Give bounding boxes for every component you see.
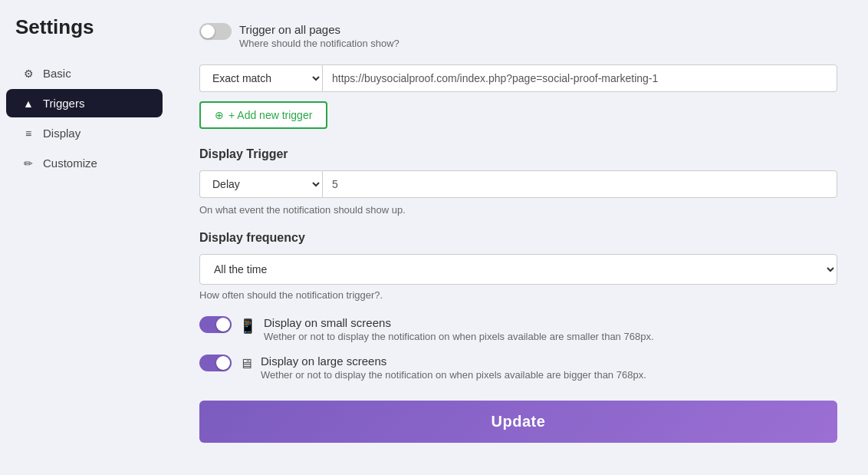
frequency-hint: How often should the notification trigge… (199, 289, 837, 301)
sidebar-item-label: Triggers (43, 97, 84, 110)
trigger-all-pages-sublabel: Where should the notification show? (239, 38, 399, 49)
small-screens-labels: Display on small screens Wether or not t… (264, 316, 654, 342)
small-screens-toggle-track (199, 316, 232, 333)
trigger-all-pages-toggle-wrap (199, 23, 232, 40)
large-screens-labels: Display on large screens Wether or not t… (261, 355, 646, 381)
sidebar-item-triggers[interactable]: ▲ Triggers (6, 89, 163, 117)
pencil-icon: ✏ (21, 157, 35, 170)
frequency-select[interactable]: All the time Once per session Once per d… (199, 254, 837, 285)
large-screens-toggle-track (199, 355, 232, 371)
sidebar-item-label: Display (43, 127, 81, 140)
display-trigger-select[interactable]: Delay Scroll Exit intent Click (199, 170, 322, 198)
small-screens-sublabel: Wether or not to display the notificatio… (264, 331, 654, 342)
add-trigger-label: + Add new trigger (229, 109, 312, 121)
sidebar-item-label: Basic (43, 67, 71, 80)
small-screens-toggle-thumb (216, 318, 230, 332)
large-screens-toggle-thumb (216, 356, 230, 370)
display-trigger-row: Delay Scroll Exit intent Click (199, 170, 837, 198)
trigger-all-pages-labels: Trigger on all pages Where should the no… (239, 23, 399, 49)
display-icon: ≡ (21, 127, 35, 140)
sidebar-item-label: Customize (43, 157, 97, 170)
large-screens-row: 🖥 Display on large screens Wether or not… (199, 355, 837, 381)
large-screens-sublabel: Wether or not to display the notificatio… (261, 369, 646, 381)
update-button[interactable]: Update (199, 401, 837, 443)
mobile-icon: 📱 (239, 318, 256, 335)
sidebar-item-display[interactable]: ≡ Display (6, 119, 163, 147)
desktop-icon: 🖥 (239, 356, 253, 372)
display-trigger-title: Display Trigger (199, 147, 837, 161)
delay-value-input[interactable] (322, 170, 837, 198)
trigger-all-pages-label: Trigger on all pages (239, 23, 399, 36)
toggle-track (199, 23, 232, 40)
trigger-url-input[interactable] (322, 64, 837, 92)
gear-icon: ⚙ (21, 68, 35, 80)
page-title: Settings (0, 15, 169, 58)
add-trigger-button[interactable]: ⊕ + Add new trigger (199, 101, 327, 129)
trigger-url-row: Exact match Contains Starts with Regex (199, 64, 837, 92)
display-trigger-hint: On what event the notification should sh… (199, 204, 837, 216)
trigger-all-pages-toggle[interactable] (199, 23, 232, 40)
main-content: Trigger on all pages Where should the no… (169, 0, 868, 475)
trigger-all-pages-row: Trigger on all pages Where should the no… (199, 23, 837, 49)
sidebar: Settings ⚙ Basic ▲ Triggers ≡ Display ✏ … (0, 0, 169, 475)
large-screens-label: Display on large screens (261, 355, 646, 368)
sidebar-item-customize[interactable]: ✏ Customize (6, 149, 163, 177)
toggle-thumb (201, 25, 215, 38)
sidebar-item-basic[interactable]: ⚙ Basic (6, 59, 163, 87)
plus-circle-icon: ⊕ (215, 109, 224, 121)
trigger-icon: ▲ (21, 97, 35, 110)
trigger-match-select[interactable]: Exact match Contains Starts with Regex (199, 64, 322, 92)
small-screens-row: 📱 Display on small screens Wether or not… (199, 316, 837, 342)
small-screens-toggle[interactable] (199, 316, 232, 333)
display-frequency-section: Display frequency All the time Once per … (199, 231, 837, 301)
large-screens-toggle[interactable] (199, 355, 232, 371)
display-frequency-title: Display frequency (199, 231, 837, 245)
small-screens-label: Display on small screens (264, 316, 654, 329)
